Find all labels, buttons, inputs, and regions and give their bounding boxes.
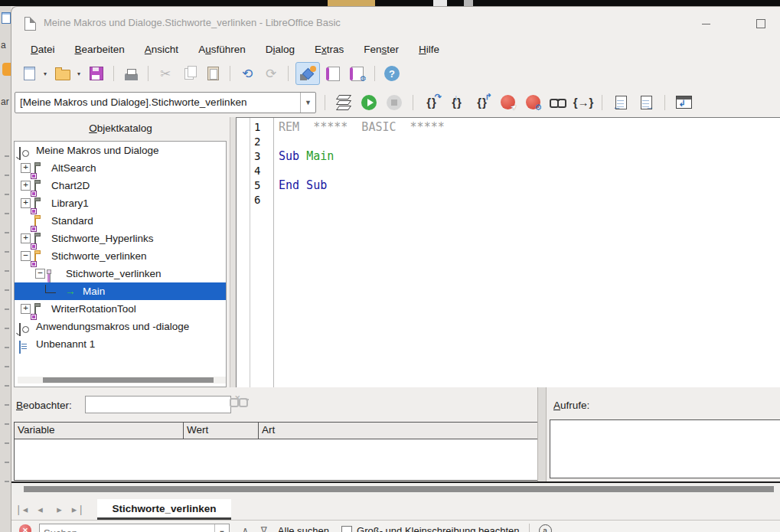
column-header-wert[interactable]: Wert bbox=[184, 423, 259, 439]
open-folder-icon bbox=[55, 70, 70, 80]
tab-stichworte-verlinken[interactable]: Stichworte_verlinken bbox=[97, 499, 231, 520]
collapse-icon[interactable]: − bbox=[35, 269, 45, 279]
previous-tab-button[interactable]: ◂ bbox=[31, 504, 50, 520]
redo-icon: ⟳ bbox=[266, 67, 276, 80]
find-next-icon[interactable]: ∇ bbox=[261, 525, 267, 532]
enable-watch-button[interactable] bbox=[548, 93, 568, 113]
print-button[interactable] bbox=[121, 64, 141, 83]
save-button[interactable] bbox=[86, 64, 106, 83]
menu-bearbeiten[interactable]: Bearbeiten bbox=[65, 41, 135, 58]
remove-watch-button[interactable]: ✕ bbox=[239, 398, 259, 412]
step-over-button[interactable]: {}↷ bbox=[422, 93, 442, 113]
cut-button[interactable]: ✂ bbox=[155, 64, 175, 83]
watch-table[interactable]: Variable Wert Art bbox=[14, 422, 539, 481]
menu-datei[interactable]: Datei bbox=[21, 41, 65, 58]
menu-fenster[interactable]: Fenster bbox=[354, 41, 409, 58]
scrollbar-thumb[interactable] bbox=[43, 377, 214, 383]
undo-button[interactable]: ⟲ bbox=[237, 64, 257, 83]
menu-dialog[interactable]: Dialog bbox=[256, 41, 305, 58]
background-text-fragment: ar bbox=[1, 96, 9, 107]
help-button[interactable]: ? bbox=[382, 64, 402, 83]
column-header-variable[interactable]: Variable bbox=[15, 423, 184, 439]
module-window-button[interactable]: ↲ bbox=[674, 93, 694, 113]
select-module-button[interactable] bbox=[295, 62, 320, 85]
last-tab-button[interactable]: ▸❘ bbox=[69, 504, 88, 520]
find-parentheses-button[interactable]: {→} bbox=[573, 93, 593, 113]
menu-hilfe[interactable]: Hilfe bbox=[409, 41, 449, 58]
horizontal-scrollbar[interactable] bbox=[11, 483, 780, 495]
menu-ausfuehren[interactable]: Ausführen bbox=[188, 41, 256, 58]
maximize-button[interactable] bbox=[743, 16, 778, 31]
library-selector[interactable]: [Meine Makros und Dialoge].Stichworte_ve… bbox=[15, 92, 316, 113]
search-input[interactable] bbox=[40, 527, 214, 532]
open-dropdown[interactable]: ▾ bbox=[75, 70, 83, 77]
help-icon: ? bbox=[384, 66, 400, 81]
library-selector-dropdown[interactable]: ▼ bbox=[300, 93, 315, 113]
menu-extras[interactable]: Extras bbox=[305, 41, 354, 58]
tree-item-meine-makros[interactable]: Meine Makros und Dialoge bbox=[15, 142, 226, 159]
menu-ansicht[interactable]: Ansicht bbox=[135, 41, 188, 58]
tree-item-stichworte-verlinken-lib[interactable]: − Stichworte_verlinken bbox=[15, 247, 226, 265]
match-case-label: Groß- und Kleinschreibung beachten bbox=[357, 525, 519, 532]
expand-icon[interactable]: + bbox=[21, 181, 31, 191]
manage-breakpoints-button[interactable]: ⚙ bbox=[523, 93, 543, 113]
open-button[interactable] bbox=[53, 64, 73, 83]
run-button[interactable] bbox=[359, 93, 379, 113]
tree-item-stichworte-verlinken-module[interactable]: − Stichworte_verlinken bbox=[15, 265, 226, 282]
tree-item-chart2d[interactable]: + Chart2D bbox=[15, 177, 226, 194]
watch-input[interactable] bbox=[85, 396, 231, 413]
close-find-bar-button[interactable]: ✕ bbox=[19, 524, 31, 532]
breakpoint-gutter[interactable] bbox=[237, 118, 250, 388]
background-window-edge[interactable]: a ar bbox=[0, 6, 11, 532]
find-all-button[interactable]: Alle suchen bbox=[278, 525, 329, 532]
gear-icon: ⚙ bbox=[534, 103, 542, 112]
tree-item-main[interactable]: → Main bbox=[15, 282, 226, 300]
first-tab-button[interactable]: ❘◂ bbox=[11, 504, 31, 520]
tree-item-stichworte-hyperlinks[interactable]: + Stichworte_Hyperlinks bbox=[15, 230, 226, 247]
library-icon bbox=[19, 323, 21, 336]
scrollbar-thumb[interactable] bbox=[24, 486, 774, 492]
title-bar[interactable]: Meine Makros und Dialoge.Stichworte_verl… bbox=[11, 7, 780, 39]
copy-button[interactable] bbox=[179, 64, 199, 83]
compile-button[interactable] bbox=[334, 93, 354, 113]
new-dialog-button[interactable] bbox=[324, 64, 344, 83]
expand-icon[interactable]: + bbox=[21, 198, 31, 208]
tree-item-altsearch[interactable]: + AltSearch bbox=[15, 159, 226, 177]
find-previous-icon[interactable]: ∧ bbox=[242, 525, 249, 532]
tree-item-anwendungsmakros[interactable]: Anwendungsmakros und -dialoge bbox=[15, 318, 226, 335]
code-text-area[interactable]: REM ***** BASIC ***** Sub Main End Sub bbox=[274, 118, 780, 388]
export-basic-button[interactable]: → bbox=[636, 93, 656, 113]
expand-icon[interactable]: + bbox=[21, 304, 31, 314]
search-history-dropdown[interactable]: ▼ bbox=[214, 524, 229, 532]
paste-button[interactable] bbox=[203, 64, 223, 83]
undo-icon: ⟲ bbox=[242, 67, 253, 80]
search-combo[interactable]: ▼ bbox=[39, 524, 230, 532]
collapse-icon[interactable]: − bbox=[21, 251, 31, 261]
select-dialog-button[interactable]: ⚙ bbox=[348, 64, 367, 83]
new-document-dropdown[interactable]: ▾ bbox=[41, 70, 49, 77]
similarity-search-icon[interactable]: a bbox=[539, 524, 552, 532]
print-icon bbox=[125, 73, 138, 80]
stop-button[interactable] bbox=[384, 93, 404, 113]
step-into-button[interactable]: {}↓ bbox=[447, 93, 467, 113]
tree-item-writerrotationtool[interactable]: + WriterRotationTool bbox=[15, 300, 226, 318]
redo-button[interactable]: ⟳ bbox=[261, 64, 281, 83]
toggle-breakpoint-button[interactable]: ➤ bbox=[498, 93, 517, 113]
tree-item-library1[interactable]: + Library1 bbox=[15, 194, 226, 212]
calls-list[interactable] bbox=[550, 419, 780, 478]
step-out-button[interactable]: {}↱ bbox=[472, 93, 492, 113]
expand-icon[interactable]: + bbox=[21, 163, 31, 173]
tree-item-unbenannt1[interactable]: Unbenannt 1 bbox=[15, 335, 226, 353]
background-text-fragment: a bbox=[1, 40, 6, 51]
minimize-button[interactable] bbox=[688, 16, 723, 31]
match-case-checkbox[interactable] bbox=[341, 526, 352, 532]
code-editor[interactable]: 1 2 3 4 5 6 REM ***** BASIC ***** Sub Ma… bbox=[236, 117, 780, 389]
tree-item-standard[interactable]: Standard bbox=[15, 212, 226, 230]
import-basic-button[interactable]: ← bbox=[611, 93, 631, 113]
column-header-art[interactable]: Art bbox=[259, 423, 538, 439]
code-line: End Sub bbox=[279, 178, 780, 193]
next-tab-button[interactable]: ▸ bbox=[50, 504, 69, 520]
expand-icon[interactable]: + bbox=[21, 233, 31, 243]
tree-horizontal-scrollbar[interactable] bbox=[18, 377, 227, 383]
new-document-button[interactable] bbox=[19, 64, 39, 83]
